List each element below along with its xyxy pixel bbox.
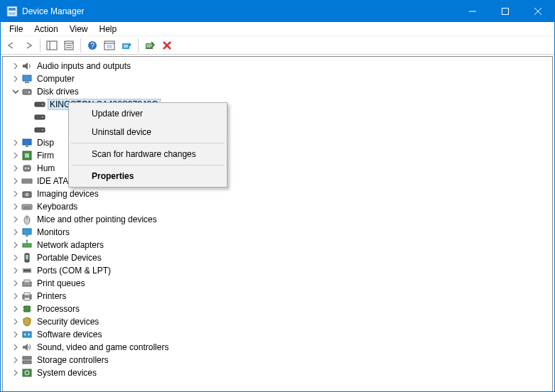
disk-icon xyxy=(21,86,33,97)
drive-icon xyxy=(34,124,45,136)
tree-node[interactable]: Monitors xyxy=(11,226,552,239)
storage-icon xyxy=(21,354,33,366)
tree-node[interactable]: Ports (COM & LPT) xyxy=(11,264,552,277)
tree-node-label: Computer xyxy=(36,74,76,84)
tree-node[interactable]: Processors xyxy=(11,303,552,315)
close-button[interactable] xyxy=(522,1,554,22)
tree-node[interactable]: Portable Devices xyxy=(11,251,552,264)
chevron-right-icon[interactable] xyxy=(11,330,20,339)
svg-rect-59 xyxy=(26,270,28,271)
tree-node-label: Print queues xyxy=(36,278,86,288)
tree-node[interactable]: Security devices xyxy=(11,315,552,328)
tree-node[interactable]: Mice and other pointing devices xyxy=(11,213,552,226)
chevron-right-icon[interactable] xyxy=(11,151,20,160)
tree-node[interactable]: Computer xyxy=(11,72,552,85)
printqueue-icon xyxy=(21,278,33,289)
tree-node[interactable]: Sound, video and game controllers xyxy=(11,341,552,354)
tree-node[interactable]: Imaging devices xyxy=(11,187,552,200)
minimize-button[interactable] xyxy=(456,1,489,22)
mouse-icon xyxy=(21,214,33,225)
ctx-scan-hardware[interactable]: Scan for hardware changes xyxy=(70,145,225,163)
svg-rect-1 xyxy=(9,8,16,11)
app-icon xyxy=(6,6,18,17)
tree-node[interactable]: Disk drives xyxy=(11,85,552,98)
tree-node[interactable]: System devices xyxy=(11,366,552,379)
toolbar-properties-button[interactable] xyxy=(61,38,77,53)
toolbar-scan-button[interactable] xyxy=(142,38,158,53)
tree-node-label: Imaging devices xyxy=(36,189,100,199)
svg-rect-34 xyxy=(23,139,31,145)
menu-file[interactable]: File xyxy=(4,23,28,36)
tree-node[interactable]: Audio inputs and outputs xyxy=(11,60,552,72)
svg-point-31 xyxy=(42,116,43,118)
menu-action[interactable]: Action xyxy=(28,23,63,36)
drive-icon xyxy=(34,111,45,123)
chevron-right-icon[interactable] xyxy=(11,62,20,70)
chevron-right-icon[interactable] xyxy=(11,177,20,185)
tree-node[interactable]: Network adapters xyxy=(11,239,552,251)
svg-rect-7 xyxy=(47,41,57,50)
ctx-update-driver[interactable]: Update driver xyxy=(70,104,225,123)
ctx-properties[interactable]: Properties xyxy=(70,167,225,185)
ctx-uninstall-device[interactable]: Uninstall device xyxy=(70,123,225,141)
maximize-button[interactable] xyxy=(489,1,522,22)
camera-icon xyxy=(21,188,33,200)
toolbar-separator xyxy=(80,38,81,53)
content-pane: Audio inputs and outputsComputerDisk dri… xyxy=(2,56,553,392)
tree-node[interactable]: Storage controllers xyxy=(11,354,552,366)
svg-rect-66 xyxy=(24,306,30,312)
chevron-right-icon[interactable] xyxy=(11,292,20,300)
chevron-right-icon[interactable] xyxy=(11,369,20,377)
toolbar: ? xyxy=(1,36,554,55)
window-title: Device Manager xyxy=(22,6,84,16)
chevron-right-icon[interactable] xyxy=(11,343,20,352)
svg-rect-35 xyxy=(26,146,28,147)
tree-node[interactable]: Print queues xyxy=(11,277,552,290)
svg-rect-58 xyxy=(24,270,26,271)
svg-point-33 xyxy=(42,129,43,131)
ctx-separator xyxy=(71,143,225,143)
chevron-right-icon[interactable] xyxy=(11,190,20,198)
toolbar-back-button[interactable] xyxy=(4,38,19,53)
chevron-right-icon[interactable] xyxy=(11,164,20,173)
toolbar-uninstall-button[interactable] xyxy=(159,38,175,53)
chevron-right-icon[interactable] xyxy=(11,305,20,313)
chevron-right-icon[interactable] xyxy=(11,228,20,236)
chevron-right-icon[interactable] xyxy=(11,215,20,224)
toolbar-separator xyxy=(138,38,139,53)
toolbar-help-button[interactable]: ? xyxy=(85,38,100,53)
chevron-right-icon[interactable] xyxy=(11,254,20,262)
svg-rect-62 xyxy=(24,280,30,283)
cpu-icon xyxy=(21,303,33,315)
chevron-right-icon[interactable] xyxy=(11,356,20,364)
tree-node[interactable]: Keyboards xyxy=(11,200,552,213)
chevron-right-icon[interactable] xyxy=(11,317,20,326)
expander-placeholder xyxy=(24,126,33,134)
svg-rect-25 xyxy=(25,82,29,83)
svg-rect-37 xyxy=(25,153,29,158)
chevron-right-icon[interactable] xyxy=(11,202,20,211)
chevron-right-icon[interactable] xyxy=(11,138,20,147)
svg-rect-56 xyxy=(26,255,28,259)
tree-node[interactable]: Printers xyxy=(11,290,552,303)
chevron-right-icon[interactable] xyxy=(11,266,20,275)
chevron-right-icon[interactable] xyxy=(11,241,20,249)
svg-point-27 xyxy=(28,92,31,94)
chevron-right-icon[interactable] xyxy=(11,75,20,83)
tree-node-label: Security devices xyxy=(36,317,100,327)
toolbar-update-driver-button[interactable] xyxy=(119,38,134,53)
tree-node-label: Keyboards xyxy=(36,202,79,212)
svg-rect-71 xyxy=(23,332,31,337)
chevron-down-icon[interactable] xyxy=(11,87,20,96)
menu-view[interactable]: View xyxy=(64,23,94,36)
tree-node-label: Disp xyxy=(36,138,55,148)
menu-help[interactable]: Help xyxy=(94,23,123,36)
svg-rect-4 xyxy=(502,9,509,15)
tree-node[interactable]: Software devices xyxy=(11,328,552,341)
toolbar-forward-button[interactable] xyxy=(21,38,36,53)
chevron-right-icon[interactable] xyxy=(11,279,20,288)
expander-placeholder xyxy=(24,100,33,109)
toolbar-action-button[interactable] xyxy=(102,38,117,53)
toolbar-show-hide-button[interactable] xyxy=(44,38,60,53)
tree-node-label: System devices xyxy=(36,368,98,378)
